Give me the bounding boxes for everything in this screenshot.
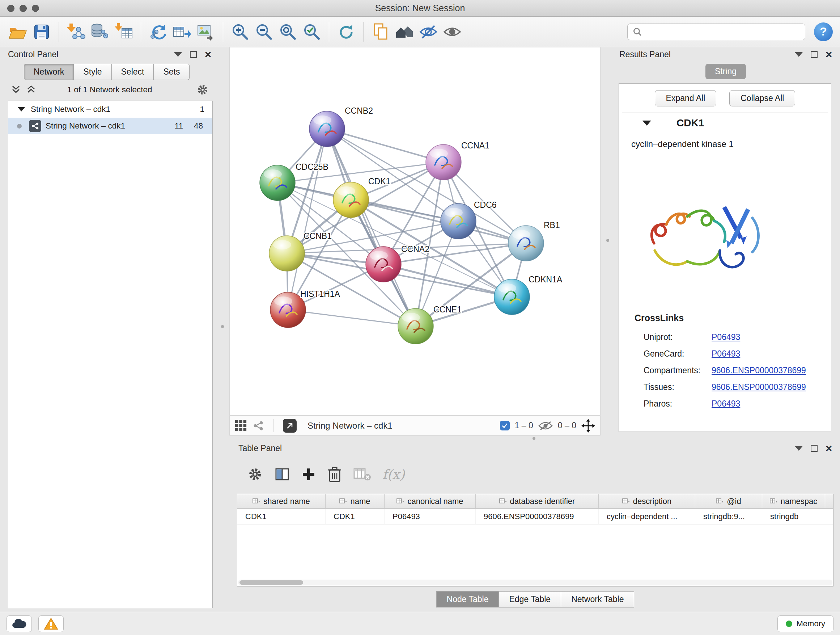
refresh-layout-button[interactable] [336,21,357,42]
save-session-button[interactable] [31,21,52,42]
control-tab-network[interactable]: Network [24,64,74,80]
table-horizontal-scrollbar[interactable] [238,580,832,585]
show-graphics-details-button[interactable] [442,21,463,42]
help-button[interactable]: ? [814,22,833,41]
crosslink-link[interactable]: 9606.ENSP00000378699 [712,366,806,375]
right-splitter-handle[interactable] [606,239,609,242]
edge-CCNB2-CCNA1[interactable] [327,129,444,162]
scrollbar-thumb[interactable] [240,580,303,585]
new-network-from-selection-button[interactable] [148,21,169,42]
import-table-file-button[interactable] [113,21,134,42]
birdseye-grid-icon[interactable] [235,420,247,432]
network-node-CCNB2[interactable] [309,111,345,147]
column-header-description[interactable]: description [599,494,695,508]
network-canvas[interactable]: CCNB2CCNA1CDC25BCDK1CDC6RB1CCNB1CCNA2CDK… [229,47,600,416]
crosslink-link[interactable]: P06493 [712,349,740,359]
control-panel-tabs: NetworkStyleSelectSets [24,64,216,80]
home-views-button[interactable] [394,21,415,42]
delete-table-icon[interactable] [354,467,371,482]
dock-panel-icon[interactable] [811,51,818,58]
column-header-canonical-name[interactable]: canonical name [385,494,476,508]
import-network-file-button[interactable] [65,21,87,42]
table-cell[interactable]: stringdb:9... [695,509,762,524]
selected-checkbox-icon[interactable] [500,421,510,431]
hide-graphics-details-button[interactable] [418,21,439,42]
tab-string[interactable]: String [706,64,746,79]
share-network-icon[interactable] [253,420,264,431]
create-column-icon[interactable] [302,467,316,481]
table-cell[interactable]: CDK1 [325,509,385,524]
crosslink-link[interactable]: P06493 [712,333,740,342]
copy-document-button[interactable] [370,21,391,42]
collection-collapse-icon[interactable] [18,107,25,111]
hidden-eye-slash-icon[interactable] [538,421,553,431]
float-panel-icon[interactable] [795,446,803,451]
network-node-CDKN1A[interactable] [494,279,530,315]
zoom-in-button[interactable] [230,21,251,42]
control-tab-style[interactable]: Style [74,64,111,80]
column-header--id[interactable]: @id [695,494,762,508]
network-node-CDC25B[interactable] [260,165,295,201]
network-node-CCNA2[interactable] [366,247,401,282]
show-columns-icon[interactable] [274,466,291,483]
zoom-selected-button[interactable] [302,21,322,42]
edge-CCNB2-HIST1H1A[interactable] [288,129,327,310]
crosslink-link[interactable]: P06493 [712,399,740,409]
edge-CCNE1-HIST1H1A[interactable] [288,310,416,326]
function-builder-icon[interactable]: f(x) [382,467,405,482]
table-cell[interactable]: P06493 [385,509,476,524]
network-node-CCNE1[interactable] [398,309,433,344]
float-panel-icon[interactable] [795,52,803,57]
new-table-from-network-button[interactable] [172,21,193,42]
table-cell[interactable]: cyclin–dependent ... [599,509,695,524]
open-session-button[interactable] [7,21,28,42]
network-node-RB1[interactable] [508,226,544,261]
collapse-all-button[interactable]: Collapse All [729,90,795,106]
network-node-CDK1[interactable] [333,182,369,218]
column-header-name[interactable]: name [325,494,385,508]
zoom-out-button[interactable] [254,21,275,42]
network-node-CCNA1[interactable] [426,144,461,180]
network-collection-row[interactable]: String Network – cdk1 1 [8,101,212,118]
export-image-button[interactable] [195,21,216,42]
control-tab-select[interactable]: Select [112,64,154,80]
zoom-fit-button[interactable] [278,21,298,42]
cloud-status-button[interactable] [6,616,32,632]
warnings-button[interactable] [38,616,64,632]
edge-CCNB2-CCNE1[interactable] [327,129,416,326]
close-panel-icon[interactable]: × [826,49,832,60]
table-tab-edge-table[interactable]: Edge Table [499,591,561,608]
left-splitter-handle[interactable] [221,325,224,328]
table-tab-node-table[interactable]: Node Table [436,591,499,608]
import-network-database-button[interactable] [89,21,111,42]
memory-button[interactable]: Memory [777,616,834,632]
table-cell[interactable]: 9606.ENSP00000378699 [476,509,599,524]
table-options-gear-icon[interactable] [247,466,263,482]
table-cell[interactable]: CDK1 [237,509,325,524]
dock-panel-icon[interactable] [190,51,197,58]
crosslink-link[interactable]: 9606.ENSP00000378699 [712,382,806,392]
table-cell[interactable]: stringdb [762,509,825,524]
float-panel-icon[interactable] [174,52,182,57]
control-tab-sets[interactable]: Sets [154,64,189,80]
table-tab-network-table[interactable]: Network Table [561,591,634,608]
column-header-shared-name[interactable]: shared name [237,494,325,508]
search-input[interactable] [646,27,800,36]
dock-panel-icon[interactable] [811,445,818,452]
close-panel-icon[interactable]: × [826,443,832,454]
delete-column-icon[interactable] [327,466,343,483]
column-header-namespac[interactable]: namespac [762,494,825,508]
network-node-CCNB1[interactable] [269,236,305,271]
bottom-splitter-handle[interactable] [532,437,535,440]
column-header-database-identifier[interactable]: database identifier [476,494,599,508]
expand-all-button[interactable]: Expand All [655,90,717,106]
close-panel-icon[interactable]: × [205,49,211,60]
section-collapse-icon[interactable] [643,120,651,126]
protein-section-header[interactable]: CDK1 [622,113,828,133]
table-row[interactable]: CDK1CDK1P064939606.ENSP00000378699cyclin… [237,509,833,524]
network-row[interactable]: String Network – cdk1 11 48 [8,118,212,134]
open-in-new-window-icon[interactable] [283,419,297,432]
toolbar-search[interactable] [627,24,805,40]
network-node-CDC6[interactable] [441,203,476,239]
pan-crosshair-icon[interactable] [581,419,595,432]
